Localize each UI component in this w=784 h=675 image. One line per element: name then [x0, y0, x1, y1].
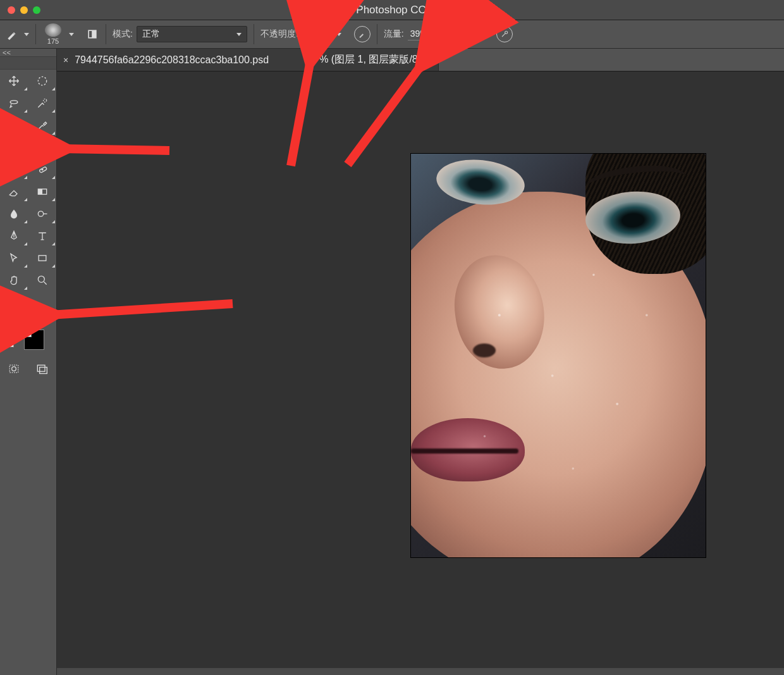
blend-mode-select[interactable]: 正常 — [137, 26, 247, 42]
healing-brush-tool[interactable] — [28, 158, 57, 180]
opacity-label: 不透明度: — [260, 28, 298, 40]
svg-point-17 — [16, 301, 18, 303]
airbrush-toggle[interactable] — [460, 26, 476, 42]
svg-point-4 — [469, 33, 470, 34]
screen-mode-toggle[interactable] — [28, 357, 57, 380]
color-swatches: ⤺ — [0, 313, 56, 357]
opacity-value[interactable]: 42% — [302, 28, 331, 40]
dodge-tool[interactable] — [28, 202, 57, 225]
svg-point-14 — [38, 276, 44, 282]
flow-label: 流量: — [384, 28, 404, 40]
svg-point-3 — [470, 32, 471, 33]
ruler-tool[interactable] — [0, 136, 28, 158]
gradient-tool[interactable] — [28, 180, 57, 202]
options-bar: 175 模式: 正常 不透明度: 42% 流量: 39% — [0, 20, 784, 49]
document-canvas[interactable] — [411, 154, 706, 557]
flow-value[interactable]: 39% — [408, 28, 437, 40]
document-tab-bar: × 7944756fa6a2296c208318ccac3ba100.psd %… — [57, 49, 784, 71]
maximize-window-button[interactable] — [33, 6, 40, 14]
clone-stamp-tool[interactable] — [0, 158, 28, 180]
svg-point-15 — [10, 301, 12, 303]
hand-tool[interactable] — [0, 269, 28, 291]
tool-preset-picker[interactable] — [5, 27, 19, 41]
marquee-tool[interactable] — [28, 70, 57, 92]
chevron-down-icon[interactable] — [69, 33, 74, 36]
blend-mode-value: 正常 — [142, 28, 160, 40]
brush-tool[interactable] — [28, 136, 57, 158]
move-tool[interactable] — [0, 70, 28, 92]
quick-mask-toggle[interactable] — [0, 357, 28, 380]
tools-panel: << ⤺ — [0, 49, 57, 675]
document-tab[interactable]: × 7944756fa6a2296c208318ccac3ba100.psd %… — [57, 49, 439, 71]
svg-rect-20 — [37, 365, 45, 371]
close-tab-icon[interactable]: × — [63, 55, 68, 65]
window-titlebar: Adobe Photoshop CC 2015.5 — [0, 0, 784, 20]
foreground-color-swatch[interactable] — [11, 317, 32, 337]
blur-tool[interactable] — [0, 202, 28, 225]
panel-header-strip — [0, 57, 56, 70]
svg-rect-1 — [89, 31, 92, 37]
chevron-down-icon[interactable] — [24, 33, 29, 36]
window-controls — [8, 6, 40, 14]
chevron-down-icon[interactable] — [336, 33, 341, 36]
default-colors-icon[interactable] — [4, 337, 14, 347]
minimize-window-button[interactable] — [20, 6, 28, 14]
path-selection-tool[interactable] — [0, 247, 28, 269]
swap-colors-icon[interactable]: ⤺ — [34, 316, 40, 325]
mode-label: 模式: — [113, 28, 133, 40]
svg-rect-9 — [39, 166, 47, 173]
svg-rect-18 — [10, 365, 18, 373]
chevron-down-icon[interactable] — [442, 33, 447, 36]
brush-preview-dot — [45, 23, 61, 37]
pen-tool[interactable] — [0, 225, 28, 247]
document-suffix: % (图层 1, 图层蒙版/8) * — [319, 53, 428, 66]
svg-rect-21 — [39, 367, 47, 373]
svg-point-5 — [505, 31, 507, 34]
svg-rect-11 — [38, 189, 42, 194]
zoom-tool[interactable] — [28, 269, 57, 291]
horizontal-scrollbar[interactable] — [57, 668, 784, 675]
svg-rect-13 — [39, 255, 46, 260]
quick-selection-tool[interactable] — [28, 92, 57, 114]
svg-point-2 — [470, 31, 470, 32]
brush-preset-picker[interactable]: 175 — [42, 23, 64, 45]
brush-size-value: 175 — [47, 37, 59, 45]
rectangle-tool[interactable] — [28, 247, 57, 269]
close-window-button[interactable] — [8, 6, 15, 14]
crop-tool[interactable] — [0, 114, 28, 136]
svg-point-19 — [12, 366, 16, 371]
brush-panel-toggle[interactable] — [85, 27, 99, 41]
svg-point-6 — [38, 77, 46, 85]
eraser-tool[interactable] — [0, 180, 28, 202]
app-title: Adobe Photoshop CC 2015.5 — [0, 4, 784, 16]
lasso-tool[interactable] — [0, 92, 28, 114]
svg-point-12 — [38, 211, 43, 216]
svg-point-7 — [43, 99, 46, 102]
pressure-opacity-toggle[interactable] — [354, 26, 371, 42]
pressure-size-toggle[interactable] — [496, 26, 513, 42]
chevron-down-icon — [236, 33, 242, 36]
eyedropper-tool[interactable] — [28, 114, 57, 136]
document-filename: 7944756fa6a2296c208318ccac3ba100.psd — [75, 54, 269, 66]
svg-point-16 — [13, 301, 15, 303]
svg-rect-8 — [9, 144, 19, 151]
type-tool[interactable] — [28, 225, 57, 247]
canvas-area[interactable] — [57, 71, 784, 675]
collapse-panel-icon[interactable]: << — [0, 49, 56, 57]
edit-toolbar-button[interactable] — [0, 291, 28, 313]
